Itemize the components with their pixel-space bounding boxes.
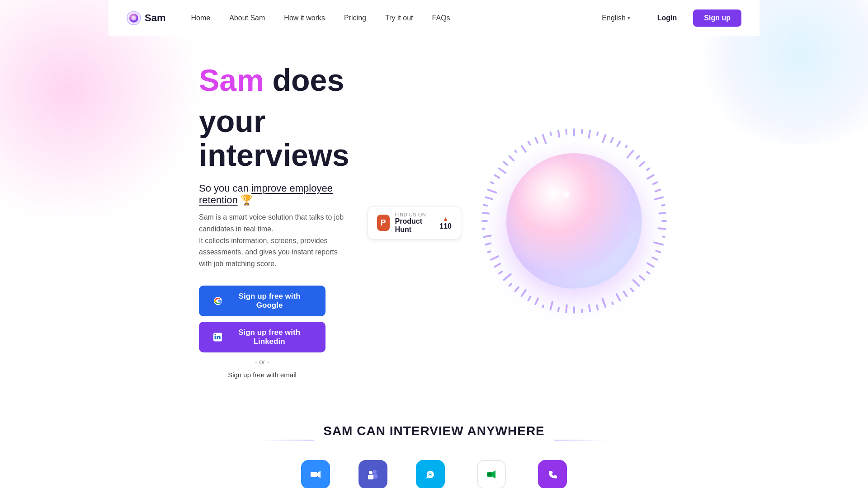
svg-rect-57 bbox=[487, 250, 492, 253]
skype-icon bbox=[416, 460, 445, 488]
svg-rect-39 bbox=[601, 298, 607, 309]
hero-title-sam: Sam bbox=[199, 63, 264, 97]
svg-rect-27 bbox=[662, 235, 666, 238]
platform-teams: MS Teams bbox=[357, 460, 389, 488]
product-hunt-badge[interactable]: P FIND US ON Product Hunt ▲ 110 bbox=[368, 206, 461, 239]
svg-rect-86 bbox=[368, 475, 373, 479]
svg-rect-44 bbox=[565, 304, 568, 313]
svg-rect-59 bbox=[483, 235, 492, 238]
svg-rect-18 bbox=[646, 167, 651, 171]
anywhere-section: SAM CAN INTERVIEW ANYWHERE Zoom bbox=[108, 406, 760, 488]
svg-rect-23 bbox=[661, 204, 666, 207]
svg-rect-68 bbox=[498, 167, 507, 174]
orb-highlight bbox=[563, 191, 570, 197]
svg-rect-19 bbox=[646, 174, 655, 180]
nav-faqs[interactable]: FAQs bbox=[425, 10, 458, 26]
svg-rect-49 bbox=[527, 296, 532, 302]
language-label: English bbox=[602, 14, 625, 22]
svg-rect-43 bbox=[573, 306, 575, 314]
svg-rect-64 bbox=[484, 196, 493, 200]
login-button[interactable]: Login bbox=[646, 9, 688, 27]
svg-rect-24 bbox=[658, 212, 666, 215]
svg-rect-61 bbox=[481, 220, 488, 222]
hero-content: Sam does your interviews So you can impr… bbox=[199, 63, 349, 379]
nav-about[interactable]: About Sam bbox=[222, 10, 272, 26]
svg-rect-67 bbox=[493, 174, 500, 179]
svg-rect-33 bbox=[638, 275, 646, 282]
svg-rect-17 bbox=[638, 161, 646, 168]
svg-rect-31 bbox=[646, 262, 655, 268]
svg-rect-16 bbox=[635, 155, 640, 160]
svg-rect-34 bbox=[632, 279, 640, 287]
hero-tagline-prefix: So you can bbox=[199, 183, 251, 194]
chevron-down-icon: ▾ bbox=[627, 15, 630, 21]
platform-skype: Skype bbox=[416, 460, 445, 488]
logo-link[interactable]: Sam bbox=[127, 11, 165, 25]
svg-rect-20 bbox=[652, 181, 658, 186]
svg-rect-35 bbox=[630, 287, 635, 293]
orb-container bbox=[479, 126, 669, 316]
nav-try-it-out[interactable]: Try it out bbox=[378, 10, 420, 26]
signup-linkedin-label: Sign up free with Linkedin bbox=[227, 328, 311, 346]
svg-rect-8 bbox=[581, 129, 583, 134]
nav-pricing[interactable]: Pricing bbox=[337, 10, 373, 26]
svg-rect-66 bbox=[490, 181, 495, 185]
linkedin-icon bbox=[213, 332, 222, 342]
platform-zoom: Zoom bbox=[301, 460, 330, 488]
svg-rect-9 bbox=[588, 130, 591, 139]
svg-rect-11 bbox=[602, 134, 607, 144]
hero-description: Sam is a smart voice solution that talks… bbox=[199, 211, 349, 269]
svg-rect-13 bbox=[616, 141, 621, 148]
svg-rect-71 bbox=[514, 150, 518, 154]
navbar: Sam Home About Sam How it works Pricing … bbox=[108, 0, 760, 36]
svg-rect-53 bbox=[503, 273, 512, 281]
svg-point-83 bbox=[373, 470, 377, 474]
trophy-icon: 🏆 bbox=[241, 194, 253, 206]
teams-logo bbox=[365, 466, 381, 483]
svg-rect-51 bbox=[514, 286, 520, 293]
language-selector[interactable]: English ▾ bbox=[594, 10, 637, 26]
signup-email-link[interactable]: Sign up free with email bbox=[199, 371, 326, 379]
svg-rect-48 bbox=[534, 297, 539, 305]
ph-cta-area: P FIND US ON Product Hunt ▲ 110 bbox=[368, 202, 461, 239]
svg-rect-38 bbox=[611, 301, 614, 305]
svg-point-2 bbox=[132, 16, 136, 20]
svg-rect-36 bbox=[623, 291, 628, 297]
svg-rect-26 bbox=[657, 227, 666, 230]
divider-right bbox=[554, 440, 608, 441]
hero-title: Sam does bbox=[199, 63, 349, 97]
svg-rect-58 bbox=[484, 242, 491, 246]
svg-rect-76 bbox=[549, 131, 552, 136]
svg-rect-70 bbox=[508, 155, 515, 162]
svg-rect-22 bbox=[654, 196, 664, 201]
hero-section: Sam does your interviews So you can impr… bbox=[108, 36, 760, 406]
platform-icons-group: Zoom MS Teams S bbox=[199, 460, 669, 488]
nav-how-it-works[interactable]: How it works bbox=[277, 10, 332, 26]
svg-rect-69 bbox=[503, 161, 509, 166]
svg-rect-14 bbox=[624, 145, 628, 149]
ph-find-us-label: FIND US ON bbox=[395, 212, 431, 217]
skype-logo bbox=[422, 466, 439, 483]
anywhere-title: SAM CAN INTERVIEW ANYWHERE bbox=[323, 424, 545, 438]
svg-rect-21 bbox=[654, 188, 661, 192]
gmeet-logo bbox=[483, 466, 500, 483]
signup-linkedin-button[interactable]: Sign up free with Linkedin bbox=[199, 322, 326, 352]
svg-rect-37 bbox=[615, 293, 621, 301]
svg-rect-32 bbox=[646, 271, 651, 275]
svg-rect-60 bbox=[482, 228, 486, 230]
svg-point-85 bbox=[369, 471, 373, 474]
signup-button[interactable]: Sign up bbox=[693, 9, 741, 27]
section-divider: SAM CAN INTERVIEW ANYWHERE bbox=[199, 424, 669, 456]
svg-rect-30 bbox=[651, 256, 658, 261]
svg-rect-92 bbox=[544, 466, 561, 483]
svg-rect-73 bbox=[527, 141, 531, 146]
hero-desc-line2: It collects information, screens, provid… bbox=[199, 237, 338, 267]
platform-phone: Phone bbox=[538, 460, 567, 488]
nav-home[interactable]: Home bbox=[184, 10, 217, 26]
signup-google-button[interactable]: Sign up free with Google bbox=[199, 286, 326, 316]
hero-title-line2: your interviews bbox=[199, 104, 349, 172]
svg-rect-12 bbox=[610, 137, 614, 143]
svg-rect-56 bbox=[490, 255, 500, 261]
svg-rect-80 bbox=[311, 472, 317, 477]
svg-rect-46 bbox=[549, 300, 554, 310]
